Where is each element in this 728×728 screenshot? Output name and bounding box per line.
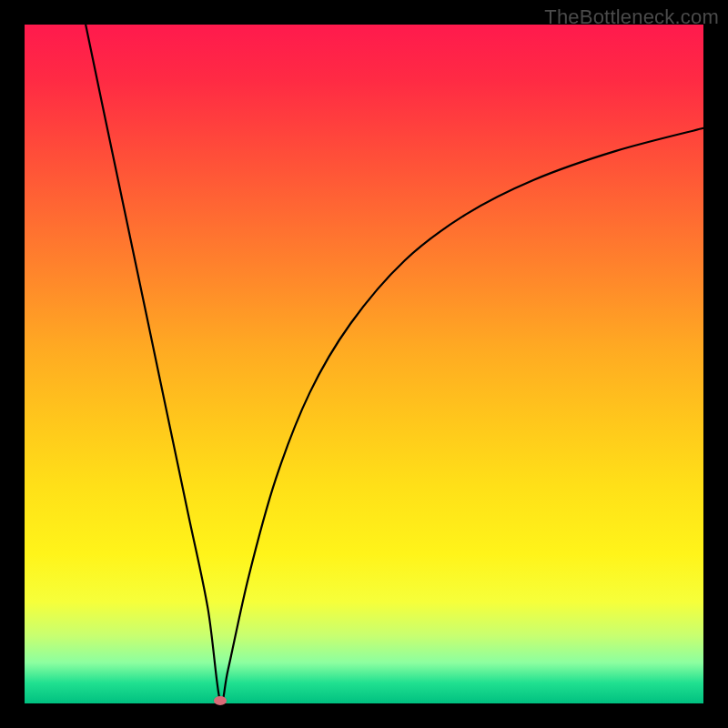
plot-area: [25, 25, 703, 703]
chart-frame: TheBottleneck.com: [0, 0, 728, 728]
bottleneck-curve: [25, 25, 703, 703]
watermark-text: TheBottleneck.com: [544, 5, 719, 29]
optimal-point-marker: [214, 696, 227, 705]
